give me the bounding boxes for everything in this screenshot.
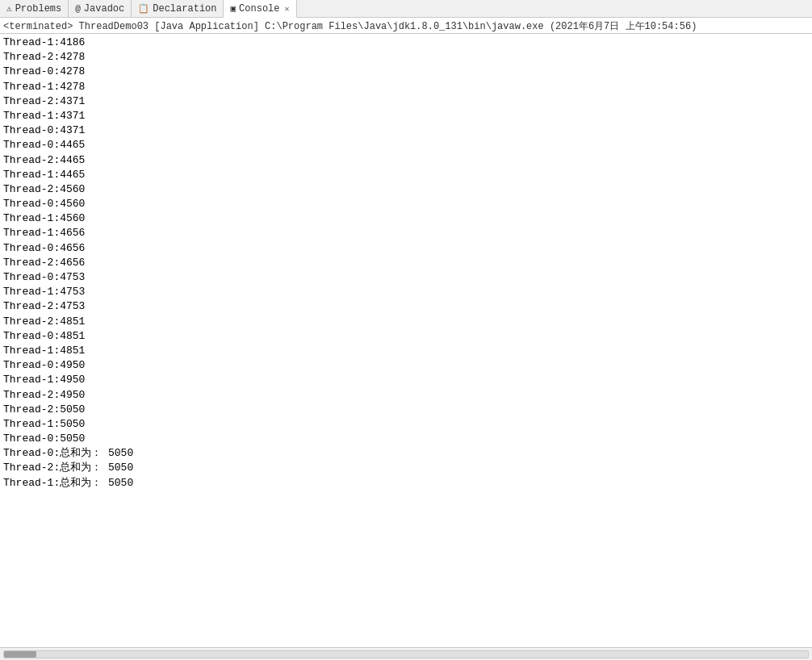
tab-declaration-label: Declaration [153, 3, 216, 15]
console-line: Thread-1:4465 [3, 168, 809, 182]
console-line: Thread-0:5050 [3, 432, 809, 446]
console-line: Thread-1:4186 [3, 36, 809, 50]
scrollbar-thumb[interactable] [4, 651, 36, 658]
console-line: Thread-2:4371 [3, 94, 809, 109]
console-line: Thread-0:4656 [3, 241, 809, 256]
console-line: Thread-0:4753 [3, 270, 809, 285]
problems-icon: ⚠ [6, 3, 12, 14]
console-line: Thread-1:4278 [3, 80, 809, 94]
tab-declaration[interactable]: 📋 Declaration [132, 0, 224, 18]
console-line: Thread-0:4465 [3, 138, 809, 152]
tab-console-close[interactable]: ✕ [285, 4, 290, 14]
tab-javadoc-label: Javadoc [84, 3, 124, 15]
console-line: Thread-0:4851 [3, 329, 809, 344]
console-line: Thread-2:5050 [3, 403, 809, 417]
console-line: Thread-2:4560 [3, 182, 809, 197]
console-line: Thread-0:4950 [3, 358, 809, 373]
status-text: <terminated> ThreadDemo03 [Java Applicat… [3, 21, 697, 32]
tab-problems[interactable]: ⚠ Problems [0, 0, 69, 18]
console-line: Thread-1:5050 [3, 417, 809, 432]
tab-console[interactable]: ▣ Console ✕ [224, 0, 296, 18]
declaration-icon: 📋 [138, 3, 149, 14]
console-output[interactable]: Thread-1:4186Thread-2:4278Thread-0:4278T… [0, 34, 812, 647]
console-line: Thread-1:4656 [3, 226, 809, 240]
tab-bar: ⚠ Problems @ Javadoc 📋 Declaration ▣ Con… [0, 0, 812, 18]
console-line: Thread-0:4371 [3, 123, 809, 138]
console-line: Thread-1:4950 [3, 373, 809, 387]
console-line: Thread-1:4560 [3, 211, 809, 226]
console-line: Thread-1:4371 [3, 109, 809, 123]
console-line: Thread-2:4851 [3, 315, 809, 329]
tab-problems-label: Problems [15, 3, 62, 15]
console-line: Thread-2:4753 [3, 299, 809, 314]
console-line: Thread-2:4656 [3, 256, 809, 270]
console-line: Thread-0:4560 [3, 197, 809, 211]
console-line: Thread-0:4278 [3, 65, 809, 79]
tab-javadoc[interactable]: @ Javadoc [69, 0, 132, 18]
scrollbar-track[interactable] [3, 650, 809, 658]
horizontal-scrollbar[interactable] [0, 647, 812, 660]
console-line: Thread-2:总和为： 5050 [3, 461, 809, 475]
console-icon: ▣ [230, 3, 236, 14]
console-line: Thread-1:4753 [3, 285, 809, 299]
console-line: Thread-2:4278 [3, 50, 809, 65]
console-line: Thread-1:4851 [3, 344, 809, 358]
console-line: Thread-2:4950 [3, 388, 809, 403]
console-line: Thread-0:总和为： 5050 [3, 446, 809, 461]
console-line: Thread-1:总和为： 5050 [3, 476, 809, 491]
javadoc-icon: @ [75, 4, 81, 14]
status-bar: <terminated> ThreadDemo03 [Java Applicat… [0, 18, 812, 34]
tab-console-label: Console [239, 3, 279, 15]
console-line: Thread-2:4465 [3, 153, 809, 168]
